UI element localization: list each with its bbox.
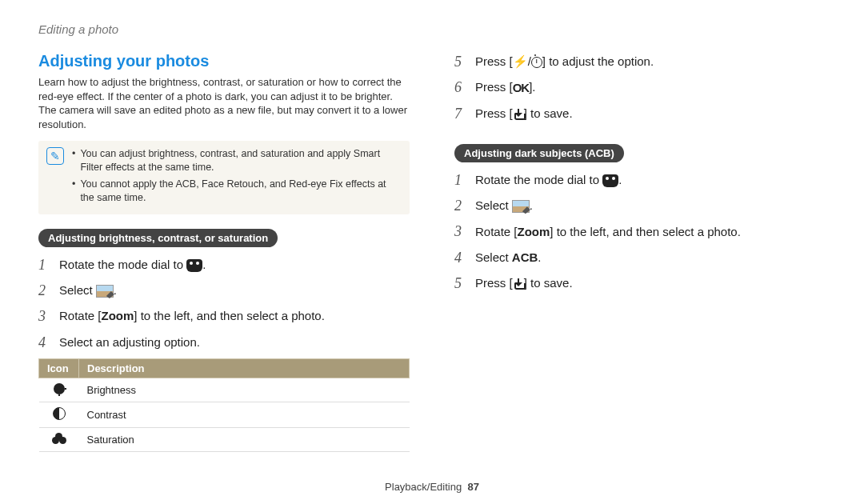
step-text: Press [ (475, 54, 513, 68)
step-text: Press [ (475, 276, 513, 290)
brightness-icon (54, 383, 65, 394)
note-line-1: You can adjust brightness, contrast, and… (80, 147, 402, 174)
step-number: 2 (454, 196, 467, 215)
table-cell: Contrast (79, 402, 410, 427)
step-text: Rotate the mode dial to (59, 258, 186, 271)
step-number: 2 (38, 281, 51, 300)
note-box: ✎ •You can adjust brightness, contrast, … (38, 141, 410, 214)
table-cell: Brightness (79, 378, 410, 402)
timer-icon (531, 57, 542, 68)
table-row: Contrast (39, 402, 410, 427)
note-icon: ✎ (46, 147, 64, 165)
step-text: Rotate [ (59, 309, 102, 322)
section-title: Adjusting your photos (38, 52, 410, 70)
step-text: Rotate the mode dial to (475, 173, 602, 186)
table-header-desc: Description (79, 358, 410, 378)
step-number: 5 (454, 52, 467, 71)
step-number: 3 (38, 306, 51, 326)
steps-list: 1 Rotate the mode dial to . 2 Select . 3… (38, 255, 410, 352)
step-text: Rotate [ (475, 225, 518, 238)
step-text: Select (475, 198, 512, 212)
step-number: 3 (454, 222, 467, 241)
flash-icon: ⚡ (513, 54, 528, 70)
left-column: Adjusting your photos Learn how to adjus… (38, 52, 410, 452)
step-text: Press [ (475, 106, 513, 120)
save-icon (513, 278, 524, 290)
intro-text: Learn how to adjust the brightness, cont… (38, 75, 410, 131)
saturation-icon (52, 433, 66, 444)
page-footer: Playback/Editing 87 (0, 481, 864, 493)
edit-photo-icon (96, 285, 114, 298)
step-number: 4 (38, 333, 51, 352)
edit-photo-icon (512, 200, 530, 213)
page-number: 87 (467, 481, 478, 493)
step-text: Press [ (475, 80, 513, 94)
options-table: Icon Description Brightness Contrast Sat… (38, 358, 410, 452)
step-text: Select (475, 250, 512, 264)
table-cell: Saturation (79, 427, 410, 451)
step-text: Select an adjusting option. (59, 334, 410, 350)
step-number: 6 (454, 78, 467, 97)
table-row: Saturation (39, 427, 410, 451)
table-header-icon: Icon (39, 358, 79, 378)
subheading-pill-acb: Adjusting dark subjects (ACB) (454, 144, 624, 162)
contrast-icon (53, 407, 66, 420)
steps-list-acb: 1 Rotate the mode dial to . 2 Select . 3… (454, 170, 826, 293)
footer-section: Playback/Editing (385, 481, 462, 493)
step-number: 5 (454, 274, 467, 293)
save-icon (513, 109, 524, 120)
mode-dial-icon (602, 174, 618, 187)
step-number: 7 (454, 104, 467, 123)
mode-dial-icon (186, 259, 202, 272)
table-row: Brightness (39, 378, 410, 402)
step-number: 4 (454, 248, 467, 267)
breadcrumb: Editing a photo (38, 22, 826, 36)
steps-list-continued: 5 Press [⚡/] to adjust the option. 6 Pre… (454, 52, 826, 123)
subheading-pill: Adjusting brightness, contrast, or satur… (38, 229, 278, 247)
step-text: Select (59, 283, 96, 297)
note-line-2: You cannot apply the ACB, Face Retouch, … (80, 178, 402, 205)
ok-icon: OK (513, 80, 530, 96)
step-number: 1 (38, 255, 51, 274)
right-column: 5 Press [⚡/] to adjust the option. 6 Pre… (454, 52, 826, 452)
step-number: 1 (454, 170, 467, 190)
